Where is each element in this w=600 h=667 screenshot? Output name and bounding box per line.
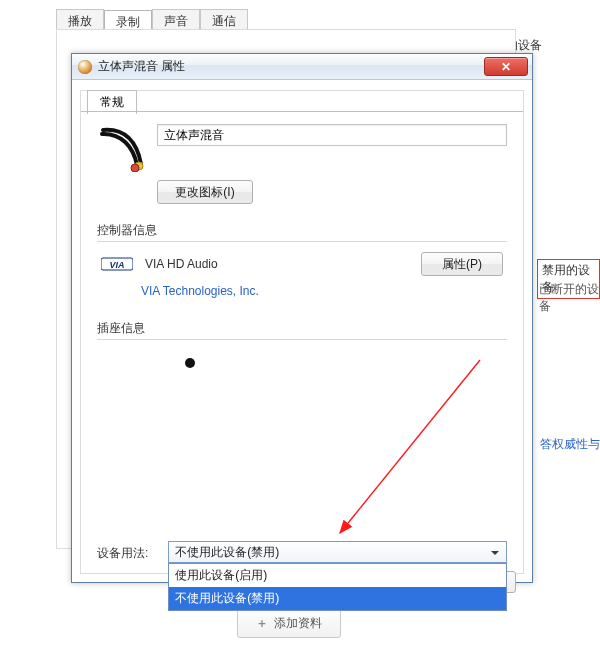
via-logo-icon: VIA xyxy=(101,254,133,274)
general-tab-content: 更改图标(I) 控制器信息 VIA VIA HD Audio 属性(P) VIA… xyxy=(81,112,523,573)
dialog-title: 立体声混音 属性 xyxy=(98,58,185,75)
controller-properties-button[interactable]: 属性(P) xyxy=(421,252,503,276)
vendor-link[interactable]: VIA Technologies, Inc. xyxy=(141,284,259,298)
controller-section-label: 控制器信息 xyxy=(97,222,507,239)
device-usage-label: 设备用法: xyxy=(97,541,148,562)
usage-option-enable[interactable]: 使用此设备(启用) xyxy=(169,564,506,587)
add-resource-label: 添加资料 xyxy=(274,615,322,632)
properties-dialog: 立体声混音 属性 ✕ 常规 xyxy=(71,53,533,583)
change-icon-button[interactable]: 更改图标(I) xyxy=(157,180,253,204)
dialog-titlebar[interactable]: 立体声混音 属性 ✕ xyxy=(72,54,532,80)
svg-point-1 xyxy=(131,164,139,172)
device-usage-selected[interactable]: 不使用此设备(禁用) xyxy=(168,541,507,563)
usage-option-disable[interactable]: 不使用此设备(禁用) xyxy=(169,587,506,610)
close-icon: ✕ xyxy=(501,60,511,74)
device-usage-dropdown-list: 使用此设备(启用) 不使用此设备(禁用) xyxy=(168,563,507,611)
plus-icon: ＋ xyxy=(256,615,268,632)
jack-section-label: 插座信息 xyxy=(97,320,507,337)
controller-name: VIA HD Audio xyxy=(145,257,409,271)
dialog-body: 常规 更改图标(I) 控制器信息 xyxy=(80,90,524,574)
bg-menu-disconnected-devices[interactable]: 已断开的设备 xyxy=(539,281,600,315)
svg-text:VIA: VIA xyxy=(109,260,124,270)
add-resource-button[interactable]: ＋ 添加资料 xyxy=(237,608,341,638)
device-usage-select[interactable]: 不使用此设备(禁用) 使用此设备(启用) 不使用此设备(禁用) xyxy=(168,541,507,563)
audio-jack-icon xyxy=(97,124,145,172)
close-button[interactable]: ✕ xyxy=(484,57,528,76)
device-name-input[interactable] xyxy=(157,124,507,146)
jack-info-area xyxy=(97,358,507,368)
bg-note-text: 答权威性与 xyxy=(540,436,600,453)
jack-indicator-icon xyxy=(185,358,195,368)
speaker-icon xyxy=(78,60,92,74)
